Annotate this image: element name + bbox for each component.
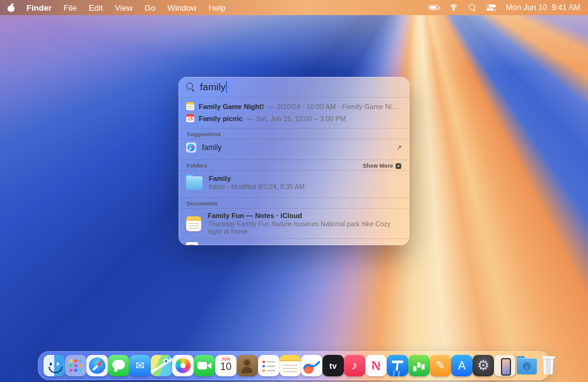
pages-document-icon: [186, 242, 198, 245]
dock-notes-icon[interactable]: [279, 355, 301, 376]
dock-keynote-icon[interactable]: [387, 355, 408, 376]
dock: ✉ JUN10 tv ♪ N ✎ A ⚙ ↓: [38, 351, 550, 380]
menu-view[interactable]: View: [115, 3, 132, 13]
notes-mini-icon: [186, 102, 194, 110]
dock-trash-icon[interactable]: [538, 355, 559, 376]
dock-apple-tv-icon[interactable]: tv: [322, 355, 344, 376]
show-more-button[interactable]: Show More +: [363, 163, 401, 169]
search-input[interactable]: family: [200, 81, 227, 93]
dock-news-icon[interactable]: N: [365, 355, 387, 376]
section-header-documents: Documents: [179, 198, 409, 208]
control-center-icon[interactable]: [486, 4, 496, 11]
dock-iphone-mirroring-icon[interactable]: [494, 355, 515, 376]
menu-help[interactable]: Help: [209, 3, 226, 13]
section-header-folders: Folders Show More +: [179, 160, 409, 170]
spotlight-search-field[interactable]: family: [179, 77, 409, 97]
top-result-family-picnic[interactable]: 15 Family picnic — Sat, Jun 15, 12:00 – …: [179, 112, 409, 124]
spotlight-panel: family Family Game Night! — 2/10/24 · 10…: [179, 77, 409, 245]
result-title: Family Game Night!: [199, 103, 264, 110]
menu-edit[interactable]: Edit: [89, 3, 103, 13]
show-more-icon: +: [396, 163, 401, 169]
menu-file[interactable]: File: [64, 3, 77, 13]
desktop: Finder File Edit View Go Window Help Mon…: [0, 0, 588, 382]
folder-icon: [186, 177, 203, 190]
dock-safari-icon[interactable]: [86, 355, 108, 376]
folder-row-family[interactable]: Family folder · Modified 8/1/24, 8:35 AM: [179, 171, 409, 194]
dock-calendar-icon[interactable]: JUN10: [215, 355, 237, 376]
open-arrow-icon[interactable]: ↗: [396, 144, 402, 152]
result-detail: — 2/10/24 · 10:00 AM · Family Game Night…: [268, 103, 402, 110]
notes-document-icon: [186, 216, 201, 231]
dock-launchpad-icon[interactable]: [65, 355, 86, 376]
apple-menu-icon[interactable]: [8, 4, 15, 12]
safari-mini-icon: [186, 142, 196, 153]
dock-system-settings-icon[interactable]: ⚙: [473, 355, 494, 376]
menu-go[interactable]: Go: [144, 3, 155, 13]
dock-mail-icon[interactable]: ✉: [129, 355, 151, 376]
dock-app-store-icon[interactable]: A: [451, 355, 473, 376]
section-header-suggestions: Suggestions: [179, 129, 409, 139]
menu-bar: Finder File Edit View Go Window Help Mon…: [0, 0, 588, 15]
text-caret: [226, 81, 227, 93]
document-subtitle: Thursday Family Fun Nature museum Nation…: [208, 220, 402, 235]
menu-time: 9:41 AM: [551, 3, 580, 12]
dock-photos-icon[interactable]: [172, 355, 194, 376]
dock-contacts-icon[interactable]: [237, 355, 258, 376]
document-title: Family Fun — Notes · iCloud: [208, 212, 402, 219]
dock-finder-icon[interactable]: [44, 355, 65, 376]
suggestion-row-family[interactable]: family ↗: [179, 139, 409, 156]
search-icon: [186, 83, 195, 91]
suggestion-label: family: [202, 143, 221, 152]
dock-reminders-icon[interactable]: [258, 355, 279, 376]
battery-icon[interactable]: [428, 5, 439, 11]
dock-freeform-icon[interactable]: [301, 355, 322, 376]
calendar-mini-icon: 15: [186, 114, 194, 122]
document-row-lebanese-recipes[interactable]: Lebanese Family Recipes.pages: [179, 239, 409, 245]
wifi-icon[interactable]: [449, 4, 459, 11]
result-detail: — Sat, Jun 15, 12:00 – 3:00 PM: [247, 115, 346, 122]
menu-window[interactable]: Window: [167, 3, 196, 13]
dock-messages-icon[interactable]: [108, 355, 129, 376]
dock-downloads-icon[interactable]: ↓: [516, 355, 538, 376]
folder-subtitle: folder · Modified 8/1/24, 8:35 AM: [209, 183, 305, 190]
top-result-game-night[interactable]: Family Game Night! — 2/10/24 · 10:00 AM …: [179, 100, 409, 112]
menu-app-name[interactable]: Finder: [26, 3, 52, 13]
dock-maps-icon[interactable]: [151, 355, 172, 376]
dock-facetime-icon[interactable]: [194, 355, 215, 376]
folder-title: Family: [209, 175, 305, 182]
document-row-family-fun[interactable]: Family Fun — Notes · iCloud Thursday Fam…: [179, 209, 409, 238]
menu-clock[interactable]: Mon Jun 10 9:41 AM: [506, 3, 580, 12]
result-title: Family picnic: [199, 115, 243, 122]
dock-pages-icon[interactable]: ✎: [430, 355, 451, 376]
dock-numbers-icon[interactable]: [408, 355, 430, 376]
dock-music-icon[interactable]: ♪: [344, 355, 365, 376]
spotlight-menu-icon[interactable]: [469, 4, 476, 11]
menu-date: Mon Jun 10: [506, 3, 547, 12]
